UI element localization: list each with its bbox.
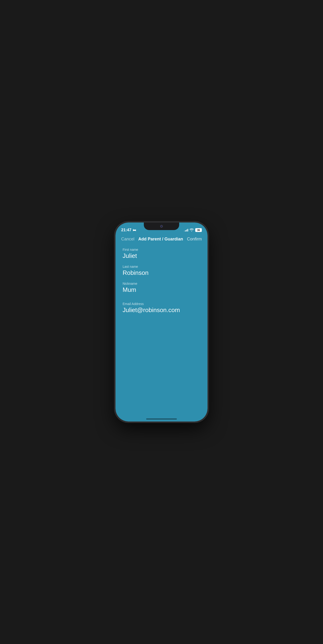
signal-bar-1 xyxy=(184,231,184,232)
signal-bars xyxy=(184,229,188,232)
battery-level: 36 xyxy=(197,229,200,232)
signal-bar-2 xyxy=(185,230,186,232)
status-icons: 36 xyxy=(184,228,202,232)
signal-bar-4 xyxy=(188,229,188,232)
email-value: Juliet@robinson.com xyxy=(122,306,200,314)
nickname-value: Mum xyxy=(122,286,200,294)
cancel-button[interactable]: Cancel xyxy=(121,237,134,242)
email-label: Email Address xyxy=(122,302,200,306)
page-title: Add Parent / Guardian xyxy=(138,237,183,242)
confirm-button[interactable]: Confirm xyxy=(187,237,202,242)
screen: 21:47 🛏 36 xyxy=(116,222,208,422)
email-field[interactable]: Email Address Juliet@robinson.com xyxy=(122,302,200,314)
spacer xyxy=(122,299,200,302)
last-name-value: Robinson xyxy=(122,269,200,276)
nickname-label: Nickname xyxy=(122,282,200,286)
first-name-field[interactable]: First name Juliet xyxy=(122,248,200,260)
battery-indicator: 36 xyxy=(195,228,202,232)
status-time: 21:47 🛏 xyxy=(121,228,136,232)
signal-bar-3 xyxy=(186,230,187,232)
nickname-field[interactable]: Nickname Mum xyxy=(122,282,200,294)
form-content: First name Juliet Last name Robinson Nic… xyxy=(116,246,208,314)
time-display: 21:47 xyxy=(121,228,131,232)
camera-dot xyxy=(160,225,163,228)
bed-icon: 🛏 xyxy=(133,228,136,232)
wifi-icon xyxy=(190,228,194,232)
first-name-label: First name xyxy=(122,248,200,252)
notch xyxy=(144,222,179,230)
phone-frame: 21:47 🛏 36 xyxy=(116,222,208,422)
nav-bar: Cancel Add Parent / Guardian Confirm xyxy=(116,234,208,246)
last-name-label: Last name xyxy=(122,265,200,268)
first-name-value: Juliet xyxy=(122,252,200,260)
home-indicator xyxy=(146,418,177,420)
last-name-field[interactable]: Last name Robinson xyxy=(122,265,200,276)
